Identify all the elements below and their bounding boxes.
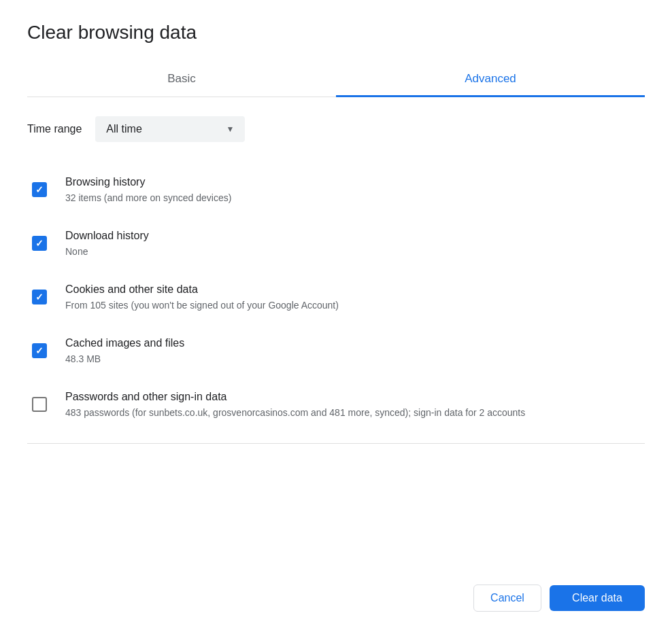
checkbox-browsing-history[interactable]: ✓ [32, 182, 47, 197]
cookies-label: Cookies and other site data [65, 283, 645, 296]
checkbox-item-download-history: ✓ Download history None [27, 217, 645, 271]
time-range-row: Time range All time ▼ [27, 116, 645, 142]
passwords-description: 483 passwords (for sunbets.co.uk, grosve… [65, 406, 645, 420]
checkbox-list: ✓ Browsing history 32 items (and more on… [27, 164, 645, 432]
footer-divider [27, 443, 645, 444]
time-range-label: Time range [27, 123, 82, 135]
tab-bar: Basic Advanced [27, 63, 645, 97]
cached-description: 48.3 MB [65, 352, 645, 366]
checkmark-icon: ✓ [35, 346, 44, 355]
tab-basic[interactable]: Basic [27, 63, 336, 97]
cached-label: Cached images and files [65, 337, 645, 349]
checkbox-item-cached: ✓ Cached images and files 48.3 MB [27, 325, 645, 379]
download-history-label: Download history [65, 230, 645, 242]
passwords-label: Passwords and other sign-in data [65, 391, 645, 403]
browsing-history-description: 32 items (and more on synced devices) [65, 191, 645, 205]
dialog-footer: Cancel Clear data [27, 571, 645, 628]
checkmark-icon: ✓ [35, 185, 44, 194]
checkbox-download-history[interactable]: ✓ [32, 236, 47, 251]
checkbox-cached[interactable]: ✓ [32, 343, 47, 358]
checkbox-cookies[interactable]: ✓ [32, 290, 47, 304]
checkbox-item-passwords: Passwords and other sign-in data 483 pas… [27, 379, 645, 432]
dialog-title: Clear browsing data [27, 22, 645, 43]
cookies-description: From 105 sites (you won't be signed out … [65, 298, 645, 313]
checkbox-passwords[interactable] [32, 397, 47, 412]
checkbox-item-browsing-history: ✓ Browsing history 32 items (and more on… [27, 164, 645, 217]
checkmark-icon: ✓ [35, 292, 44, 302]
clear-data-button[interactable]: Clear data [550, 585, 645, 611]
tab-advanced[interactable]: Advanced [336, 63, 645, 97]
cancel-button[interactable]: Cancel [473, 585, 541, 612]
browsing-history-label: Browsing history [65, 176, 645, 188]
dropdown-arrow-icon: ▼ [226, 124, 234, 134]
checkbox-item-cookies: ✓ Cookies and other site data From 105 s… [27, 271, 645, 325]
download-history-description: None [65, 245, 645, 259]
checkmark-icon: ✓ [35, 239, 44, 248]
time-range-select[interactable]: All time ▼ [95, 116, 245, 142]
time-range-value: All time [106, 123, 141, 135]
clear-browsing-data-dialog: Clear browsing data Basic Advanced Time … [0, 0, 672, 628]
